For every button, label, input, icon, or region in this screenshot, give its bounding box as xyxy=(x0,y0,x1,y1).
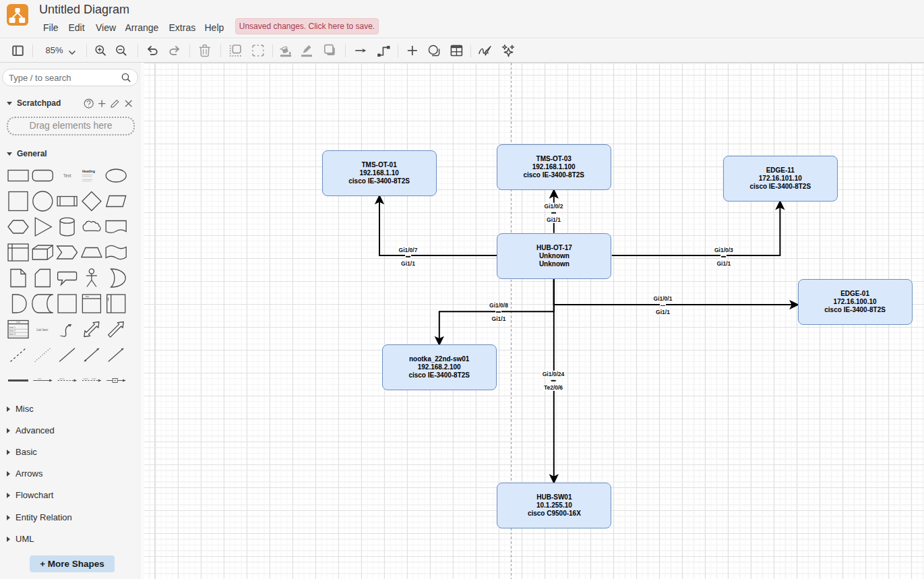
svg-text:List: List xyxy=(16,321,20,324)
svg-text:Item 2: Item 2 xyxy=(9,330,16,332)
svg-text:Heading: Heading xyxy=(82,170,95,173)
svg-text:Item 1: Item 1 xyxy=(9,326,16,329)
svg-text:List Item: List Item xyxy=(36,328,48,332)
svg-text:Item 3: Item 3 xyxy=(9,333,16,336)
svg-text:Text: Text xyxy=(63,173,71,178)
